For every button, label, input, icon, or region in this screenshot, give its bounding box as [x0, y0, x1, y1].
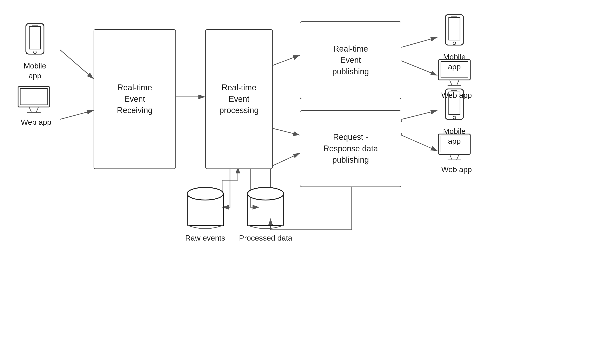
- raw-events-db-icon: [185, 185, 225, 230]
- processing-box: Real-time Event processing: [205, 29, 273, 169]
- processed-data-db: Processed data: [239, 185, 292, 243]
- processing-label: Real-time Event processing: [219, 82, 259, 116]
- svg-rect-12: [29, 27, 41, 49]
- processed-data-db-icon: [245, 185, 286, 230]
- svg-rect-33: [439, 134, 470, 154]
- svg-line-18: [36, 108, 38, 113]
- desktop-icon-left: [17, 86, 55, 115]
- svg-rect-34: [441, 136, 468, 152]
- rr-publishing-label: Request - Response data publishing: [323, 132, 378, 165]
- svg-line-8: [401, 61, 437, 75]
- svg-line-27: [457, 80, 459, 86]
- mobile-icon-tr: [442, 14, 467, 50]
- receiving-box: Real-time Event Receiving: [94, 29, 176, 169]
- svg-line-17: [29, 108, 32, 113]
- svg-rect-15: [18, 87, 50, 107]
- svg-line-5: [273, 55, 300, 65]
- web-app-left-label: Web app: [21, 117, 51, 127]
- svg-rect-30: [449, 92, 460, 114]
- svg-point-22: [453, 42, 456, 45]
- raw-events-label: Raw events: [185, 233, 225, 243]
- svg-point-41: [248, 187, 284, 200]
- mobile-app-tl-label: Mobileapp: [24, 61, 46, 81]
- svg-line-6: [273, 128, 300, 135]
- processed-data-label: Processed data: [239, 233, 292, 243]
- svg-point-31: [453, 116, 456, 119]
- rt-publishing-label: Real-time Event publishing: [332, 43, 369, 77]
- desktop-icon-tr: [437, 59, 476, 88]
- svg-rect-21: [449, 18, 460, 40]
- svg-line-7: [401, 37, 437, 47]
- web-app-left: Web app: [17, 86, 55, 127]
- mobile-app-top-left: Mobileapp: [23, 23, 47, 81]
- svg-line-2: [60, 50, 94, 79]
- web-app-bottom-right: Web app: [437, 133, 476, 174]
- web-app-br-label: Web app: [441, 164, 472, 174]
- svg-line-36: [457, 155, 459, 160]
- mobile-icon-br: [442, 88, 467, 124]
- rr-publishing-box: Request - Response data publishing: [300, 110, 401, 187]
- diagram-container: Real-time Event Receiving Real-time Even…: [0, 0, 600, 364]
- svg-rect-29: [445, 89, 463, 119]
- desktop-icon-br: [437, 133, 476, 162]
- svg-line-26: [450, 80, 452, 86]
- svg-line-10: [401, 135, 437, 151]
- svg-line-9: [401, 110, 437, 119]
- svg-rect-20: [445, 15, 463, 45]
- svg-point-39: [187, 187, 223, 200]
- svg-line-3: [60, 110, 94, 119]
- receiving-label: Real-time Event Receiving: [117, 82, 152, 116]
- svg-point-13: [34, 51, 36, 54]
- svg-line-35: [450, 155, 452, 160]
- svg-rect-16: [20, 89, 47, 105]
- svg-rect-11: [26, 24, 44, 54]
- raw-events-db: Raw events: [185, 185, 225, 243]
- rt-publishing-box: Real-time Event publishing: [300, 21, 401, 99]
- mobile-icon-tl: [23, 23, 47, 59]
- svg-rect-25: [441, 62, 468, 78]
- svg-rect-24: [439, 60, 470, 80]
